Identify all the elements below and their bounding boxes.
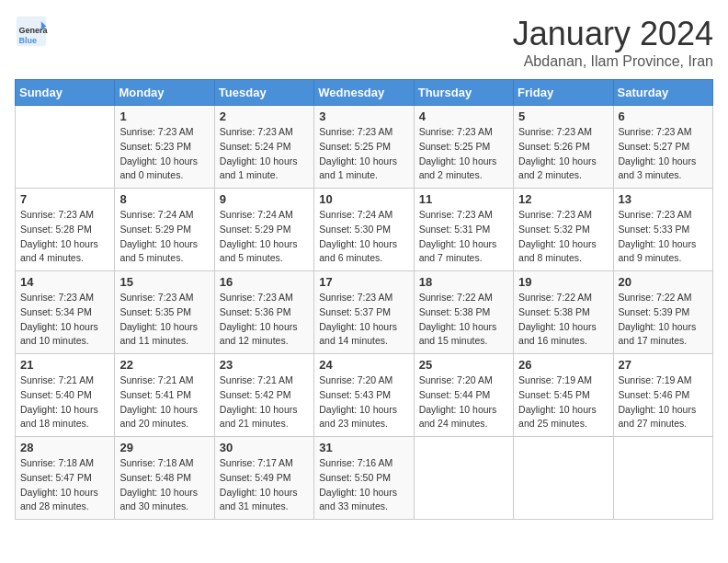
day-info: Sunrise: 7:23 AMSunset: 5:24 PMDaylight:… [220,125,309,183]
day-info: Sunrise: 7:23 AMSunset: 5:33 PMDaylight:… [619,208,708,266]
calendar-cell: 20Sunrise: 7:22 AMSunset: 5:39 PMDayligh… [613,271,712,354]
day-info: Sunrise: 7:20 AMSunset: 5:44 PMDaylight:… [419,373,508,431]
day-number: 7 [20,192,109,206]
calendar-cell: 9Sunrise: 7:24 AMSunset: 5:29 PMDaylight… [214,189,313,271]
calendar-week-row: 1Sunrise: 7:23 AMSunset: 5:23 PMDaylight… [16,106,713,189]
day-number: 26 [518,358,608,372]
calendar-week-row: 28Sunrise: 7:18 AMSunset: 5:47 PMDayligh… [16,437,713,520]
calendar-cell: 11Sunrise: 7:23 AMSunset: 5:31 PMDayligh… [414,189,513,271]
day-info: Sunrise: 7:24 AMSunset: 5:29 PMDaylight:… [119,208,209,266]
day-number: 3 [319,109,408,123]
calendar-cell: 21Sunrise: 7:21 AMSunset: 5:40 PMDayligh… [16,354,115,437]
day-number: 31 [319,441,408,454]
calendar-cell: 5Sunrise: 7:23 AMSunset: 5:26 PMDaylight… [514,106,613,189]
day-number: 6 [619,109,708,123]
month-title: January 2024 [513,15,713,53]
day-info: Sunrise: 7:23 AMSunset: 5:26 PMDaylight:… [518,125,608,183]
day-header: Sunday [16,80,115,106]
day-info: Sunrise: 7:23 AMSunset: 5:37 PMDaylight:… [319,291,408,349]
day-info: Sunrise: 7:23 AMSunset: 5:35 PMDaylight:… [119,291,209,349]
calendar-cell: 30Sunrise: 7:17 AMSunset: 5:49 PMDayligh… [214,437,313,520]
day-header: Saturday [613,80,712,106]
calendar-cell: 7Sunrise: 7:23 AMSunset: 5:28 PMDaylight… [16,189,115,271]
day-number: 11 [419,192,508,206]
day-header: Wednesday [314,80,414,106]
day-info: Sunrise: 7:19 AMSunset: 5:46 PMDaylight:… [619,373,708,431]
day-info: Sunrise: 7:22 AMSunset: 5:38 PMDaylight:… [518,291,608,349]
logo-icon: General Blue [15,15,48,48]
day-info: Sunrise: 7:23 AMSunset: 5:34 PMDaylight:… [20,291,109,349]
day-info: Sunrise: 7:21 AMSunset: 5:40 PMDaylight:… [20,373,109,431]
calendar-cell: 1Sunrise: 7:23 AMSunset: 5:23 PMDaylight… [115,106,214,189]
calendar-cell: 4Sunrise: 7:23 AMSunset: 5:25 PMDaylight… [414,106,513,189]
day-info: Sunrise: 7:21 AMSunset: 5:42 PMDaylight:… [220,373,309,431]
calendar-cell: 13Sunrise: 7:23 AMSunset: 5:33 PMDayligh… [613,189,712,271]
calendar-cell: 28Sunrise: 7:18 AMSunset: 5:47 PMDayligh… [16,437,115,520]
day-header: Friday [514,80,613,106]
title-block: January 2024 Abdanan, Ilam Province, Ira… [513,15,713,70]
calendar-cell: 31Sunrise: 7:16 AMSunset: 5:50 PMDayligh… [314,437,414,520]
day-number: 5 [518,109,608,123]
day-number: 13 [619,192,708,206]
calendar-cell: 6Sunrise: 7:23 AMSunset: 5:27 PMDaylight… [613,106,712,189]
day-header: Tuesday [214,80,313,106]
day-info: Sunrise: 7:22 AMSunset: 5:38 PMDaylight:… [419,291,508,349]
day-number: 15 [119,275,209,289]
logo: General Blue [15,15,48,48]
calendar-cell: 22Sunrise: 7:21 AMSunset: 5:41 PMDayligh… [115,354,214,437]
day-info: Sunrise: 7:24 AMSunset: 5:29 PMDaylight:… [220,208,309,266]
day-info: Sunrise: 7:24 AMSunset: 5:30 PMDaylight:… [319,208,408,266]
calendar-cell: 18Sunrise: 7:22 AMSunset: 5:38 PMDayligh… [414,271,513,354]
day-info: Sunrise: 7:23 AMSunset: 5:32 PMDaylight:… [518,208,608,266]
day-number: 25 [419,358,508,372]
calendar-cell: 25Sunrise: 7:20 AMSunset: 5:44 PMDayligh… [414,354,513,437]
calendar-table: SundayMondayTuesdayWednesdayThursdayFrid… [15,79,713,520]
calendar-cell: 10Sunrise: 7:24 AMSunset: 5:30 PMDayligh… [314,189,414,271]
day-number: 16 [220,275,309,289]
day-info: Sunrise: 7:18 AMSunset: 5:47 PMDaylight:… [20,456,109,514]
day-number: 8 [119,192,209,206]
day-info: Sunrise: 7:23 AMSunset: 5:28 PMDaylight:… [20,208,109,266]
day-info: Sunrise: 7:23 AMSunset: 5:25 PMDaylight:… [419,125,508,183]
calendar-cell: 26Sunrise: 7:19 AMSunset: 5:45 PMDayligh… [514,354,613,437]
day-number: 22 [119,358,209,372]
day-number: 19 [518,275,608,289]
day-number: 10 [319,192,408,206]
calendar-week-row: 21Sunrise: 7:21 AMSunset: 5:40 PMDayligh… [16,354,713,437]
day-number: 27 [619,358,708,372]
day-info: Sunrise: 7:21 AMSunset: 5:41 PMDaylight:… [119,373,209,431]
day-info: Sunrise: 7:16 AMSunset: 5:50 PMDaylight:… [319,456,408,514]
calendar-cell: 23Sunrise: 7:21 AMSunset: 5:42 PMDayligh… [214,354,313,437]
calendar-cell: 3Sunrise: 7:23 AMSunset: 5:25 PMDaylight… [314,106,414,189]
day-number: 9 [220,192,309,206]
day-number: 1 [119,109,209,123]
day-info: Sunrise: 7:18 AMSunset: 5:48 PMDaylight:… [119,456,209,514]
location-subtitle: Abdanan, Ilam Province, Iran [513,53,713,70]
day-number: 21 [20,358,109,372]
day-number: 28 [20,441,109,454]
day-info: Sunrise: 7:23 AMSunset: 5:23 PMDaylight:… [119,125,209,183]
calendar-cell: 8Sunrise: 7:24 AMSunset: 5:29 PMDaylight… [115,189,214,271]
calendar-cell: 16Sunrise: 7:23 AMSunset: 5:36 PMDayligh… [214,271,313,354]
day-info: Sunrise: 7:19 AMSunset: 5:45 PMDaylight:… [518,373,608,431]
day-info: Sunrise: 7:22 AMSunset: 5:39 PMDaylight:… [619,291,708,349]
day-info: Sunrise: 7:23 AMSunset: 5:27 PMDaylight:… [619,125,708,183]
day-number: 23 [220,358,309,372]
page-header: General Blue January 2024 Abdanan, Ilam … [15,15,713,70]
day-number: 4 [419,109,508,123]
calendar-cell: 17Sunrise: 7:23 AMSunset: 5:37 PMDayligh… [314,271,414,354]
calendar-cell: 29Sunrise: 7:18 AMSunset: 5:48 PMDayligh… [115,437,214,520]
day-number: 12 [518,192,608,206]
calendar-cell [16,106,115,189]
day-info: Sunrise: 7:17 AMSunset: 5:49 PMDaylight:… [220,456,309,514]
calendar-cell: 15Sunrise: 7:23 AMSunset: 5:35 PMDayligh… [115,271,214,354]
calendar-cell: 2Sunrise: 7:23 AMSunset: 5:24 PMDaylight… [214,106,313,189]
day-header: Thursday [414,80,513,106]
calendar-cell: 12Sunrise: 7:23 AMSunset: 5:32 PMDayligh… [514,189,613,271]
day-number: 14 [20,275,109,289]
day-number: 24 [319,358,408,372]
calendar-cell: 27Sunrise: 7:19 AMSunset: 5:46 PMDayligh… [613,354,712,437]
day-info: Sunrise: 7:23 AMSunset: 5:36 PMDaylight:… [220,291,309,349]
day-number: 30 [220,441,309,454]
calendar-cell [414,437,513,520]
